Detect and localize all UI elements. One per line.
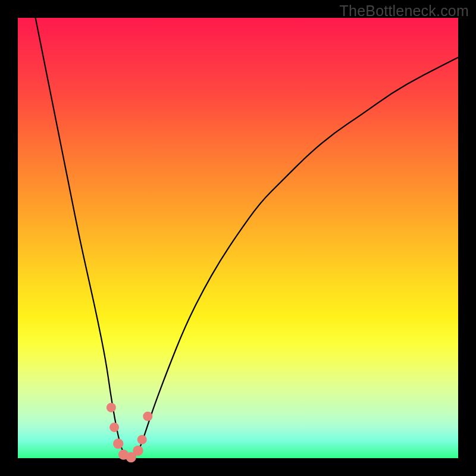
curve-marker	[113, 439, 123, 449]
plot-area	[18, 18, 458, 458]
curve-marker	[133, 446, 143, 456]
bottleneck-curve	[36, 18, 458, 458]
curve-marker	[143, 412, 152, 421]
curve-marker	[137, 435, 147, 444]
curve-marker	[107, 403, 116, 412]
chart-frame: TheBottleneck.com	[0, 0, 476, 476]
watermark-text: TheBottleneck.com	[340, 2, 469, 20]
curve-layer	[18, 18, 458, 458]
curve-marker	[109, 422, 119, 432]
